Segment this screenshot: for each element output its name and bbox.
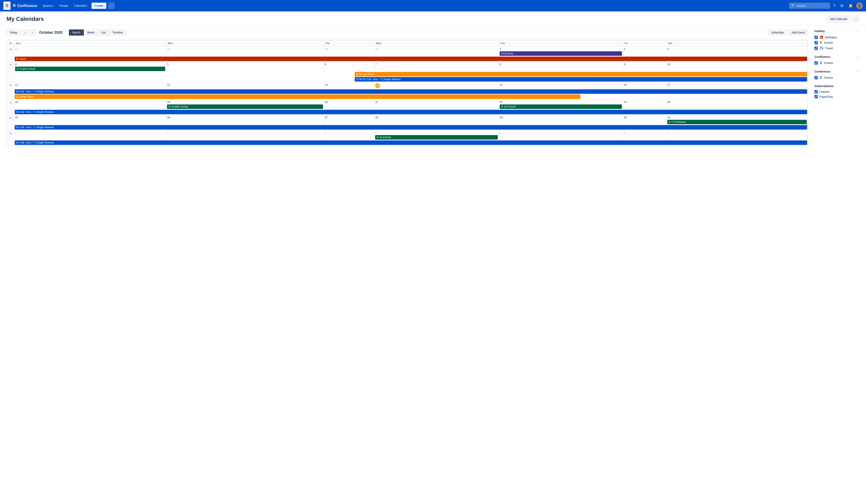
sidebar-section-subscriptions-title: Subscriptions [814, 85, 833, 88]
day-cell-w39-d5[interactable]: 2 [623, 47, 666, 57]
week-39-spanning-events: 🗓 Leave [14, 57, 808, 62]
day-cell-w44-d0[interactable]: 1 [14, 131, 166, 141]
sidebar-section-confluence: Confluence ··· 🗓 Events [814, 55, 859, 66]
event-bar[interactable]: 🗓 LTS Release [667, 120, 807, 124]
navbar-more-button[interactable]: ··· [108, 2, 115, 9]
confluence-events-checkbox[interactable] [814, 61, 818, 65]
search-bar[interactable]: 🔍 Search [789, 3, 830, 9]
day-cell-w39-d3[interactable]: 30 [374, 47, 499, 57]
day-cell-w39-d1[interactable]: 28 [166, 47, 324, 57]
help-button[interactable]: ? [832, 2, 837, 10]
tab-week[interactable]: Week [84, 30, 98, 36]
sidebar-confluence-more[interactable]: ··· [857, 55, 859, 59]
settings-button[interactable]: ⚙ [839, 2, 845, 10]
event-bar[interactable]: 🗓 Final Build [375, 135, 498, 139]
add-event-button[interactable]: Add Event [789, 29, 808, 36]
day-cell-w40-d1[interactable]: 5 [166, 62, 324, 72]
calendar-area: Today ‹ › October 2020 Month Week List T… [7, 29, 808, 146]
spanning-event-bar[interactable]: 🗓 Leave [15, 57, 807, 61]
day-cell-w42-d3[interactable]: 21 [374, 100, 499, 110]
holiday-events-checkbox[interactable] [814, 41, 818, 44]
people-nav-link[interactable]: People [57, 2, 70, 9]
week-num-42: 42 [7, 100, 14, 115]
event-bar[interactable]: 20:30 Busy [500, 51, 622, 56]
travel-checkbox[interactable] [814, 47, 818, 50]
day-cell-w39-d6[interactable]: 3 [666, 47, 808, 57]
day-cell-w42-d5[interactable]: 23 [623, 100, 666, 110]
pagerduty-checkbox[interactable] [814, 95, 818, 98]
week-42-spanning-events: On Call - Amy - 7.2 Bugfix Release [14, 110, 808, 115]
spanning-event-bar[interactable]: On Call - Amy - 7.2 Bugfix Release [15, 89, 807, 94]
event-bar[interactable]: 🗓 QA Kickoff [500, 104, 622, 109]
spanning-event-bar[interactable]: 21:00 On Call - Amy - 7.2 Bugfix Release [355, 77, 807, 81]
day-cell-w44-d5[interactable]: 6 [623, 131, 666, 141]
spaces-nav-link[interactable]: Spaces [41, 2, 56, 9]
week-num-41: 41 [7, 82, 14, 100]
day-cell-w44-d2[interactable]: 3 [324, 131, 374, 141]
day-cell-w42-d2[interactable]: 20 [324, 100, 374, 110]
page-more-button[interactable]: ··· [852, 15, 859, 22]
day-cell-w43-d6[interactable]: 31🗓 LTS Release [666, 115, 808, 125]
day-cell-w42-d0[interactable]: 18 [14, 100, 166, 110]
day-cell-w41-d3[interactable]: 14 [374, 82, 499, 90]
day-cell-w40-d3[interactable]: 7 [374, 62, 499, 72]
day-cell-w40-d5[interactable]: 9 [623, 62, 666, 72]
day-cell-w41-d0[interactable]: 11 [14, 82, 166, 90]
day-cell-w43-d0[interactable]: 25 [14, 115, 166, 125]
outlook-label: Outlook [819, 90, 829, 93]
day-cell-w43-d3[interactable]: 28 [374, 115, 499, 125]
spanning-event-bar[interactable]: On Call - Amy - 7.2 Bugfix Release [15, 110, 807, 114]
day-cell-w41-d1[interactable]: 12 [166, 82, 324, 90]
day-cell-w40-d4[interactable]: 8 [499, 62, 623, 72]
confluence-logo[interactable]: ✕ Confluence [12, 3, 37, 8]
day-cell-w44-d1[interactable]: 2 [166, 131, 324, 141]
sidebar-conference-more[interactable]: ··· [857, 70, 859, 74]
event-bar[interactable]: 🗓 Installer testing [167, 104, 323, 109]
day-cell-w41-d5[interactable]: 16 [623, 82, 666, 90]
prev-month-button[interactable]: ‹ [22, 29, 29, 36]
day-cell-w44-d6[interactable]: 7 [666, 131, 808, 141]
day-cell-w39-d0[interactable]: 27 [14, 47, 166, 57]
calendars-nav-link[interactable]: Calendars [72, 2, 89, 9]
day-cell-w42-d1[interactable]: 19🗓 Installer testing [166, 100, 324, 110]
next-month-button[interactable]: › [29, 29, 36, 36]
spanning-event-bar[interactable]: On Call - Amy - 7.2 Bugfix Release [15, 141, 807, 145]
day-cell-w43-d2[interactable]: 27 [324, 115, 374, 125]
day-cell-w40-d6[interactable]: 10 [666, 62, 808, 72]
add-calendar-button[interactable]: Add Calendar [827, 15, 851, 22]
spanning-event-bar[interactable]: 🗓 Design Week [355, 72, 807, 76]
subscribe-button[interactable]: Subscribe [768, 29, 787, 36]
day-cell-w39-d2[interactable]: 29 [324, 47, 374, 57]
spanning-event-bar[interactable]: On Call - Amy - 7.2 Bugfix Release [15, 125, 807, 130]
day-cell-w40-d0[interactable]: 4🗓 Project Kickoff [14, 62, 166, 72]
tab-list[interactable]: List [98, 30, 109, 36]
tab-month[interactable]: Month [69, 30, 84, 36]
event-bar[interactable]: 🗓 Project Kickoff [15, 67, 165, 71]
week-43-event-row: On Call - Amy - 7.2 Bugfix Release [7, 125, 808, 131]
user-avatar[interactable]: 👤 [856, 2, 863, 9]
day-cell-w43-d1[interactable]: 26 [166, 115, 324, 125]
day-cell-w44-d3[interactable]: 4🗓 Final Build [374, 131, 499, 141]
sidebar-item-birthdays: 🎁 Birthdays [814, 35, 859, 40]
day-cell-w42-d4[interactable]: 22🗓 QA Kickoff [499, 100, 623, 110]
spanning-event-bar[interactable]: 🗓 Design Week [15, 94, 580, 99]
hamburger-menu[interactable]: ☰ [3, 1, 11, 10]
notifications-button[interactable]: 🔔 [847, 2, 855, 10]
day-header-fri: Fri [623, 40, 666, 47]
day-cell-w44-d4[interactable]: 5 [499, 131, 623, 141]
tab-timeline[interactable]: Timeline [109, 30, 126, 36]
conference-events-checkbox[interactable] [814, 76, 818, 79]
birthdays-checkbox[interactable] [814, 36, 818, 39]
day-cell-w39-d4[interactable]: 120:30 Busy [499, 47, 623, 57]
day-cell-w43-d5[interactable]: 30 [623, 115, 666, 125]
day-cell-w42-d6[interactable]: 24 [666, 100, 808, 110]
day-cell-w43-d4[interactable]: 29 [499, 115, 623, 125]
create-button[interactable]: Create [92, 3, 106, 9]
today-button[interactable]: Today [7, 29, 20, 36]
day-cell-w41-d2[interactable]: 13 [324, 82, 374, 90]
day-cell-w40-d2[interactable]: 6 [324, 62, 374, 72]
outlook-checkbox[interactable] [814, 90, 818, 93]
day-cell-w41-d6[interactable]: 17 [666, 82, 808, 90]
day-cell-w41-d4[interactable]: 15 [499, 82, 623, 90]
sidebar-holiday-more[interactable]: ··· [857, 29, 859, 33]
